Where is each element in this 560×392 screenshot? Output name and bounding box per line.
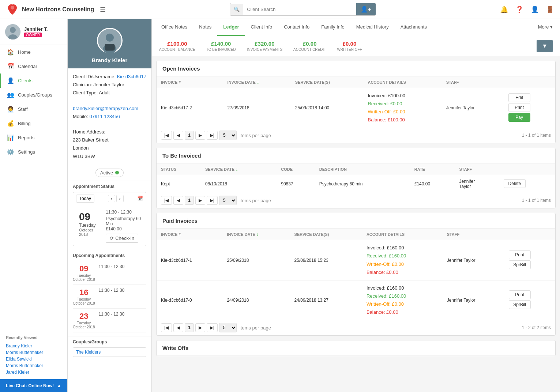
pay-button[interactable]: Pay xyxy=(508,113,530,122)
upcoming-date: 09 TuesdayOctober 2018 xyxy=(73,264,95,282)
couple-link[interactable]: The Kielders xyxy=(73,347,146,357)
page-1-button[interactable]: 1 xyxy=(185,196,194,205)
tab-client-info[interactable]: Client Info xyxy=(245,19,278,36)
recently-viewed-item[interactable]: Morris Buttermaker xyxy=(6,362,61,369)
tab-contact-info[interactable]: Contact Info xyxy=(278,19,315,36)
sidebar-item-label: Settings xyxy=(18,149,35,155)
delete-button[interactable]: Delete xyxy=(504,179,526,188)
last-page-button[interactable]: ▶| xyxy=(207,323,218,332)
recently-viewed-item[interactable]: Morris Buttermaker xyxy=(6,349,61,356)
calendar-icon: 📅 xyxy=(7,63,14,70)
acc-written-off: Written-Off: £0.00 xyxy=(368,108,437,116)
summary-written-off: £0.00 WRITTEN OFF xyxy=(337,41,362,52)
sprbill-button[interactable]: SprBill xyxy=(509,260,531,269)
sprbill-button[interactable]: SprBill xyxy=(509,300,531,309)
sidebar-item-clients[interactable]: 👤Clients xyxy=(0,74,67,88)
first-page-button[interactable]: |◀ xyxy=(161,196,172,205)
pagination-info: 1 - 1 of 1 items xyxy=(522,198,551,203)
page-1-button[interactable]: 1 xyxy=(185,131,194,140)
prev-page-button[interactable]: ◀ xyxy=(173,196,183,205)
menu-icon[interactable]: ☰ xyxy=(100,5,106,14)
first-page-button[interactable]: |◀ xyxy=(161,131,172,140)
page-1-button[interactable]: 1 xyxy=(185,323,194,332)
svg-point-5 xyxy=(106,34,114,42)
notifications-icon[interactable]: 🔔 xyxy=(500,5,508,14)
calendar-view-icon[interactable]: 📅 xyxy=(137,196,143,201)
sidebar-item-billing[interactable]: 💰Billing xyxy=(0,116,67,131)
next-appointment-button[interactable]: › xyxy=(116,195,124,202)
last-page-button[interactable]: ▶| xyxy=(207,196,218,205)
tab-more[interactable]: More ▾ xyxy=(534,19,556,36)
prev-page-button[interactable]: ◀ xyxy=(173,131,183,140)
tab-family-info[interactable]: Family Info xyxy=(315,19,350,36)
edit-button[interactable]: Edit xyxy=(508,93,530,102)
sort-arrow-icon: ↓ xyxy=(236,166,238,172)
first-page-button[interactable]: |◀ xyxy=(161,323,172,332)
upcoming-date: 16 TuesdayOctober 2018 xyxy=(73,288,95,305)
paid-invoices-section: Paid Invoices INVOICE # INVOICE DATE ↓ S… xyxy=(156,213,556,336)
sidebar-item-couples-groups[interactable]: 👥Couples/Groups xyxy=(0,88,67,102)
sidebar-item-calendar[interactable]: 📅Calendar xyxy=(0,59,67,74)
client-email[interactable]: brandy.kieler@therapyzen.com xyxy=(73,106,138,111)
account-icon[interactable]: 👤 xyxy=(531,5,539,14)
recently-viewed-item[interactable]: Elida Sawicki xyxy=(6,356,61,362)
invoice-date: 27/09/2018 xyxy=(223,88,291,128)
per-page-label: items per page xyxy=(240,325,271,331)
to-be-invoiced-title: To Be Invoiced xyxy=(157,148,555,163)
prev-page-button[interactable]: ◀ xyxy=(173,323,183,332)
tab-ledger[interactable]: Ledger xyxy=(217,19,245,36)
recently-viewed-item[interactable]: Brandy Kieler xyxy=(6,343,61,349)
per-page-select[interactable]: 5 10 25 xyxy=(219,323,237,332)
sidebar-item-home[interactable]: 🏠Home xyxy=(0,45,67,59)
print-button[interactable]: Print xyxy=(509,290,531,299)
per-page-select[interactable]: 5 10 25 xyxy=(219,131,237,140)
tab-attachments[interactable]: Attachments xyxy=(395,19,433,36)
upcoming-day-label: TuesdayOctober 2018 xyxy=(73,321,95,329)
next-page-button[interactable]: ▶ xyxy=(195,196,205,205)
acc-invoiced: Invoiced: £160.00 xyxy=(367,284,438,292)
sidebar-item-staff[interactable]: 🧑‍💼Staff xyxy=(0,102,67,116)
per-page-select[interactable]: 5 10 25 xyxy=(219,196,237,205)
logout-icon[interactable]: 🚪 xyxy=(546,5,554,14)
account-details: Invoiced: £160.00 Received: £160.00 Writ… xyxy=(362,280,443,320)
table-row: Kie-d3cb6d17-2 27/09/2018 25/09/2018 14:… xyxy=(157,88,555,128)
next-page-button[interactable]: ▶ xyxy=(195,323,205,332)
reports-icon: 📊 xyxy=(7,134,14,141)
print-button[interactable]: Print xyxy=(508,103,530,112)
client-id-link[interactable]: Kie-d3cb6d17 xyxy=(117,74,146,79)
live-chat-bar[interactable]: Live Chat: Online Now! ▲ xyxy=(0,379,67,392)
upcoming-day-number: 16 xyxy=(73,288,95,297)
col-account-details: ACCOUNT DETAILS xyxy=(362,229,443,240)
top-nav: New Horizons Counseling ☰ 🔍 👤+ 🔔 ❓ 👤 🚪 xyxy=(0,0,560,19)
tab-office-notes[interactable]: Office Notes xyxy=(155,19,193,36)
tab-notes[interactable]: Notes xyxy=(193,19,217,36)
sidebar-item-settings[interactable]: ⚙️Settings xyxy=(0,145,67,159)
paid-invoices-table: INVOICE # INVOICE DATE ↓ SERVICE DATE(S)… xyxy=(157,229,555,320)
client-phone-link[interactable]: 07911 123456 xyxy=(90,114,120,119)
account-balance-label: ACCOUNT BALANCE xyxy=(159,48,195,52)
print-button[interactable]: Print xyxy=(509,250,531,259)
last-page-button[interactable]: ▶| xyxy=(207,131,218,140)
add-client-button[interactable]: 👤+ xyxy=(356,3,376,15)
prev-appointment-button[interactable]: ‹ xyxy=(108,195,115,202)
row-actions: Print SprBill xyxy=(504,280,555,320)
next-page-button[interactable]: ▶ xyxy=(195,131,205,140)
open-invoices-table: INVOICE # INVOICE DATE ↓ SERVICE DATE(S)… xyxy=(157,76,555,128)
tab-medical-history[interactable]: Medical History xyxy=(350,19,395,36)
checkin-button[interactable]: ⟳ Check-In xyxy=(106,234,138,243)
search-submit-button[interactable]: 🔍 xyxy=(230,4,243,15)
client-info: Client ID/Username: Kie-d3cb6d17 Clinici… xyxy=(68,68,151,165)
summary-dropdown-button[interactable]: ▼ xyxy=(537,40,553,52)
sidebar-item-reports[interactable]: 📊Reports xyxy=(0,131,67,145)
today-button[interactable]: Today xyxy=(76,195,94,203)
clients-icon: 👤 xyxy=(7,77,14,84)
svg-rect-7 xyxy=(105,44,114,50)
col-actions xyxy=(504,76,555,88)
pagination-info: 1 - 2 of 2 items xyxy=(522,325,551,330)
upcoming-day-label: TuesdayOctober 2018 xyxy=(73,274,95,282)
recently-viewed-item[interactable]: Jared Kieler xyxy=(6,369,61,376)
sidebar-item-label: Billing xyxy=(18,121,31,126)
help-icon[interactable]: ❓ xyxy=(515,5,523,14)
search-input[interactable] xyxy=(243,4,356,15)
open-invoices-section: Open Invoices INVOICE # INVOICE DATE ↓ S… xyxy=(156,61,556,143)
